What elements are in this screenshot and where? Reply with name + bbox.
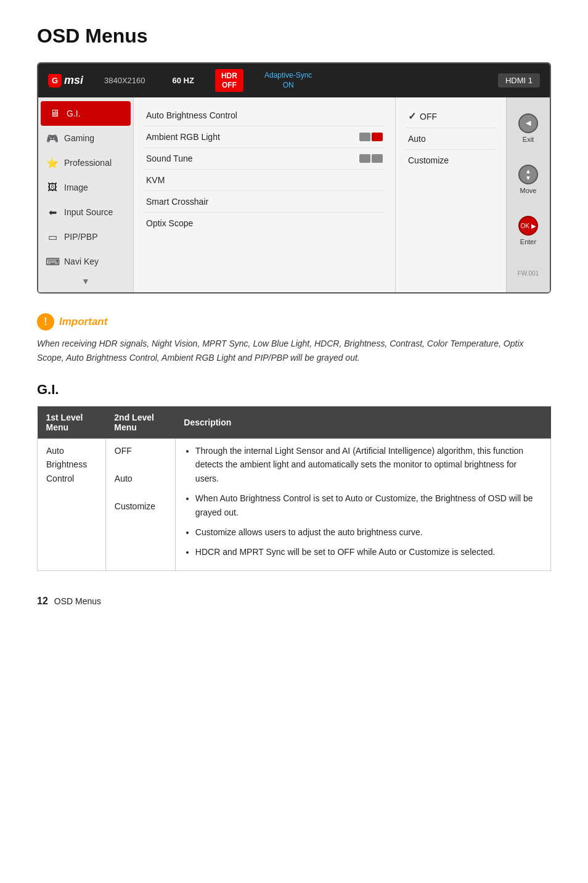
msi-logo: G msi <box>48 74 83 88</box>
right-item-customize[interactable]: Customize <box>406 150 496 171</box>
exit-label: Exit <box>523 136 534 143</box>
page-footer: 12 OSD Menus <box>37 596 551 607</box>
desc-bullet-1: Through the internal Light Sensor and AI… <box>195 444 542 485</box>
sidebar-item-gi[interactable]: 🖥 G.I. <box>41 101 131 126</box>
level1-cell: Auto Brightness Control <box>38 438 106 570</box>
gi-icon: 🖥 <box>48 107 62 120</box>
level2-off: OFF <box>115 444 166 458</box>
exit-button[interactable]: ◀ Exit <box>518 113 538 143</box>
navikey-icon: ⌨ <box>46 255 59 268</box>
desc-bullet-4: HDCR and MPRT Sync will be set to OFF wh… <box>195 545 542 559</box>
hdmi-display: HDMI 1 <box>498 73 540 88</box>
toggle-sq3 <box>359 154 370 163</box>
description-cell: Through the internal Light Sensor and AI… <box>175 438 550 570</box>
gaming-icon: 🎮 <box>46 131 59 145</box>
level2-customize: Customize <box>115 499 166 513</box>
important-title: Important <box>59 316 107 328</box>
right-item-auto[interactable]: Auto <box>406 128 496 150</box>
move-circle[interactable]: ▲▼ <box>518 165 538 184</box>
mid-item-sound-tune[interactable]: Sound Tune <box>144 148 385 170</box>
gi-section-title: G.I. <box>37 382 551 398</box>
toggle-sq1 <box>359 133 370 141</box>
osd-controls: ◀ Exit ▲▼ Move OK ▶ Enter FW.001 <box>507 97 550 292</box>
pip-icon: ▭ <box>46 230 59 244</box>
ambient-toggle[interactable] <box>359 133 383 141</box>
osd-middle-panel: Auto Brightness Control Ambient RGB Ligh… <box>134 97 396 292</box>
shield-icon: G <box>48 74 62 88</box>
adaptive-sync-display: Adaptive-Sync ON <box>258 68 318 92</box>
sidebar-item-navikey[interactable]: ⌨ Navi Key <box>38 249 133 274</box>
toggle-sq2 <box>372 133 383 141</box>
sidebar-scroll-down[interactable]: ▼ <box>38 274 133 289</box>
table-row: Auto Brightness Control OFF Auto Customi… <box>38 438 551 570</box>
enter-label: Enter <box>520 238 536 245</box>
col-header-1st: 1st Level Menu <box>38 406 106 439</box>
sidebar-item-input[interactable]: ⬅ Input Source <box>38 200 133 224</box>
footer-label: OSD Menus <box>54 596 101 606</box>
sidebar-item-professional[interactable]: ⭐ Professional <box>38 150 133 175</box>
page-number: 12 <box>37 596 48 607</box>
gi-table: 1st Level Menu 2nd Level Menu Descriptio… <box>37 406 551 571</box>
fw-version: FW.001 <box>518 270 539 277</box>
desc-bullet-2: When Auto Brightness Control is set to A… <box>195 491 542 519</box>
important-header: ! Important <box>37 313 551 331</box>
level2-auto: Auto <box>115 472 166 485</box>
col-header-desc: Description <box>175 406 550 439</box>
osd-box: G msi 3840X2160 60 HZ HDR OFF Adaptive-S… <box>37 62 551 294</box>
mid-item-optix[interactable]: Optix Scope <box>144 213 385 234</box>
desc-bullet-3: Customize allows users to adjust the aut… <box>195 525 542 539</box>
osd-topbar: G msi 3840X2160 60 HZ HDR OFF Adaptive-S… <box>38 64 550 97</box>
mid-item-kvm[interactable]: KVM <box>144 170 385 191</box>
osd-content: 🖥 G.I. 🎮 Gaming ⭐ Professional 🖼 Image ⬅… <box>38 97 550 292</box>
toggle-sq4 <box>372 154 383 163</box>
hdr-display: HDR OFF <box>215 69 243 92</box>
move-button[interactable]: ▲▼ Move <box>518 165 538 194</box>
important-body: When receiving HDR signals, Night Vision… <box>37 337 551 364</box>
page-title: OSD Menus <box>37 25 551 47</box>
col-header-2nd: 2nd Level Menu <box>105 406 175 439</box>
level2-cell: OFF Auto Customize <box>105 438 175 570</box>
sound-toggle[interactable] <box>359 154 383 163</box>
dec-icon: ◀ <box>526 119 531 127</box>
osd-sidebar: 🖥 G.I. 🎮 Gaming ⭐ Professional 🖼 Image ⬅… <box>38 97 134 292</box>
mid-item-ambient-rgb[interactable]: Ambient RGB Light <box>144 126 385 148</box>
sidebar-item-pip[interactable]: ▭ PIP/PBP <box>38 224 133 249</box>
sidebar-item-gaming[interactable]: 🎮 Gaming <box>38 126 133 150</box>
input-icon: ⬅ <box>46 205 59 219</box>
description-list: Through the internal Light Sensor and AI… <box>184 444 542 559</box>
checkmark-icon: ✓ <box>408 110 416 122</box>
enter-circle[interactable]: OK ▶ <box>518 216 538 236</box>
enter-button[interactable]: OK ▶ Enter <box>518 216 538 245</box>
mid-item-auto-brightness[interactable]: Auto Brightness Control <box>144 105 385 126</box>
sidebar-item-image[interactable]: 🖼 Image <box>38 175 133 200</box>
image-icon: 🖼 <box>46 181 59 194</box>
resolution-display: 3840X2160 <box>98 73 152 88</box>
important-section: ! Important When receiving HDR signals, … <box>37 313 551 364</box>
move-label: Move <box>520 187 537 194</box>
professional-icon: ⭐ <box>46 156 59 170</box>
logo-text: msi <box>64 74 83 87</box>
warning-icon: ! <box>37 313 54 331</box>
exit-circle[interactable]: ◀ <box>518 113 538 133</box>
osd-right-panel: ✓ OFF Auto Customize <box>396 97 507 292</box>
hz-display: 60 HZ <box>166 73 200 88</box>
mid-item-crosshair[interactable]: Smart Crosshair <box>144 191 385 213</box>
right-item-off[interactable]: ✓ OFF <box>406 105 496 128</box>
